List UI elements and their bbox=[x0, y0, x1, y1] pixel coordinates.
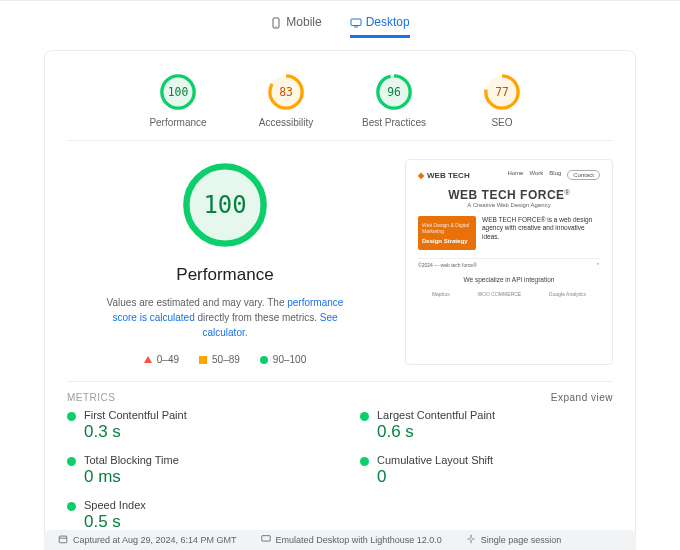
metric-si[interactable]: Speed Index0.5 s bbox=[67, 499, 320, 532]
device-emulate-icon bbox=[261, 534, 271, 546]
svg-text:83: 83 bbox=[279, 85, 293, 99]
big-gauge-svg: 100 bbox=[179, 159, 271, 251]
gauge-best-practices[interactable]: 96 Best Practices bbox=[359, 73, 429, 128]
desktop-icon bbox=[350, 17, 360, 27]
page-screenshot-thumbnail: ◆WEB TECH HomeWorkBlog Contact WEB TECH … bbox=[405, 159, 613, 365]
metric-fcp[interactable]: First Contentful Paint0.3 s bbox=[67, 409, 320, 442]
performance-desc: Values are estimated and may vary. The p… bbox=[95, 295, 355, 340]
gauge-best-label: Best Practices bbox=[362, 117, 426, 128]
svg-text:100: 100 bbox=[203, 191, 246, 219]
status-dot-good bbox=[67, 502, 76, 511]
gauge-performance-label: Performance bbox=[149, 117, 206, 128]
gauge-accessibility-label: Accessibility bbox=[259, 117, 313, 128]
svg-rect-21 bbox=[261, 536, 269, 541]
tab-desktop-label: Desktop bbox=[366, 15, 410, 29]
report-footer-bar: Captured at Aug 29, 2024, 6:14 PM GMT Em… bbox=[44, 530, 636, 550]
expand-view-toggle[interactable]: Expand view bbox=[551, 392, 613, 403]
legend-bad-icon bbox=[144, 356, 152, 363]
gauge-accessibility[interactable]: 83 Accessibility bbox=[251, 73, 321, 128]
svg-text:96: 96 bbox=[387, 85, 401, 99]
status-dot-good bbox=[67, 412, 76, 421]
svg-rect-19 bbox=[59, 536, 67, 543]
session-icon bbox=[466, 534, 476, 546]
device-tabs: Mobile Desktop bbox=[0, 1, 680, 50]
score-legend: 0–49 50–89 90–100 bbox=[144, 354, 306, 365]
captured-text: Captured at Aug 29, 2024, 6:14 PM GMT bbox=[73, 535, 237, 545]
session-text: Single page session bbox=[481, 535, 562, 545]
calendar-icon bbox=[58, 534, 68, 546]
tab-desktop[interactable]: Desktop bbox=[350, 15, 410, 38]
legend-good-icon bbox=[260, 356, 268, 364]
metric-cls[interactable]: Cumulative Layout Shift0 bbox=[360, 454, 613, 487]
metric-lcp[interactable]: Largest Contentful Paint0.6 s bbox=[360, 409, 613, 442]
category-gauges-row: 100 Performance 83 Accessibility 96 Bes bbox=[67, 69, 613, 141]
status-dot-good bbox=[360, 412, 369, 421]
svg-rect-3 bbox=[354, 27, 358, 28]
tab-mobile-label: Mobile bbox=[286, 15, 321, 29]
tab-mobile[interactable]: Mobile bbox=[270, 15, 321, 38]
metrics-heading: METRICS bbox=[67, 392, 116, 403]
report-card: 100 Performance 83 Accessibility 96 Bes bbox=[44, 50, 636, 541]
metrics-grid: First Contentful Paint0.3 s Largest Cont… bbox=[67, 409, 613, 532]
metric-tbt[interactable]: Total Blocking Time0 ms bbox=[67, 454, 320, 487]
status-dot-good bbox=[360, 457, 369, 466]
svg-text:77: 77 bbox=[495, 85, 509, 99]
performance-section: 100 Performance Values are estimated and… bbox=[67, 141, 613, 382]
svg-rect-2 bbox=[351, 19, 361, 26]
emulated-text: Emulated Desktop with Lighthouse 12.0.0 bbox=[276, 535, 442, 545]
performance-gauge-big: 100 Performance Values are estimated and… bbox=[67, 159, 383, 365]
gauge-performance[interactable]: 100 Performance bbox=[143, 73, 213, 128]
legend-avg-icon bbox=[199, 356, 207, 364]
svg-text:100: 100 bbox=[168, 85, 189, 99]
svg-point-1 bbox=[276, 26, 277, 27]
mobile-icon bbox=[270, 17, 280, 27]
status-dot-good bbox=[67, 457, 76, 466]
gauge-seo-label: SEO bbox=[491, 117, 512, 128]
gauge-seo[interactable]: 77 SEO bbox=[467, 73, 537, 128]
performance-title: Performance bbox=[176, 265, 273, 285]
